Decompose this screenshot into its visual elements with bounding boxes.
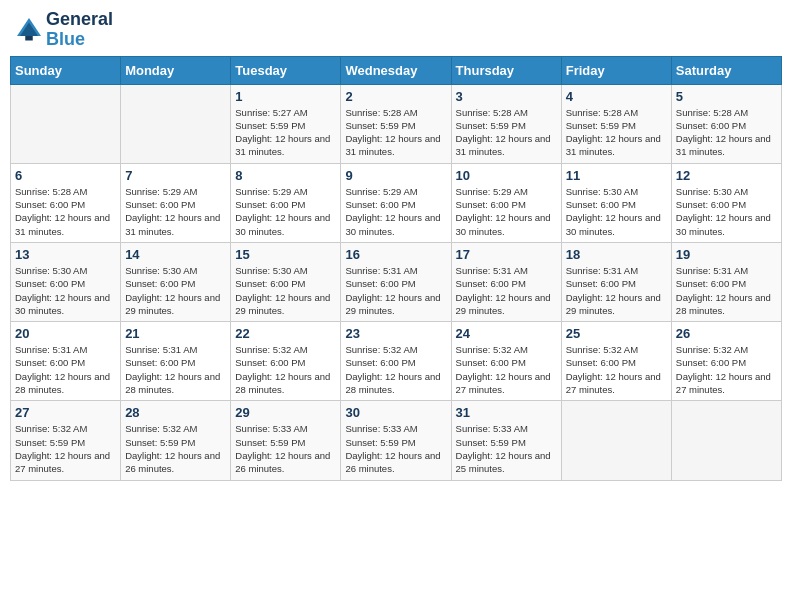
calendar-cell: 7Sunrise: 5:29 AM Sunset: 6:00 PM Daylig… [121,163,231,242]
calendar-cell [11,84,121,163]
logo: General Blue [14,10,113,50]
logo-text: General Blue [46,10,113,50]
day-info: Sunrise: 5:29 AM Sunset: 6:00 PM Dayligh… [456,185,557,238]
calendar-cell: 9Sunrise: 5:29 AM Sunset: 6:00 PM Daylig… [341,163,451,242]
calendar-cell: 28Sunrise: 5:32 AM Sunset: 5:59 PM Dayli… [121,401,231,480]
day-number: 7 [125,168,226,183]
calendar-week-row: 6Sunrise: 5:28 AM Sunset: 6:00 PM Daylig… [11,163,782,242]
calendar-cell: 20Sunrise: 5:31 AM Sunset: 6:00 PM Dayli… [11,322,121,401]
day-number: 13 [15,247,116,262]
calendar-cell: 4Sunrise: 5:28 AM Sunset: 5:59 PM Daylig… [561,84,671,163]
calendar-cell: 2Sunrise: 5:28 AM Sunset: 5:59 PM Daylig… [341,84,451,163]
day-number: 16 [345,247,446,262]
calendar-cell: 6Sunrise: 5:28 AM Sunset: 6:00 PM Daylig… [11,163,121,242]
weekday-header-friday: Friday [561,56,671,84]
day-number: 26 [676,326,777,341]
day-info: Sunrise: 5:28 AM Sunset: 5:59 PM Dayligh… [566,106,667,159]
day-number: 30 [345,405,446,420]
day-number: 4 [566,89,667,104]
weekday-header-thursday: Thursday [451,56,561,84]
day-info: Sunrise: 5:29 AM Sunset: 6:00 PM Dayligh… [345,185,446,238]
day-info: Sunrise: 5:32 AM Sunset: 5:59 PM Dayligh… [125,422,226,475]
day-number: 8 [235,168,336,183]
day-number: 25 [566,326,667,341]
calendar-cell: 1Sunrise: 5:27 AM Sunset: 5:59 PM Daylig… [231,84,341,163]
day-number: 10 [456,168,557,183]
calendar-cell: 24Sunrise: 5:32 AM Sunset: 6:00 PM Dayli… [451,322,561,401]
day-info: Sunrise: 5:28 AM Sunset: 5:59 PM Dayligh… [345,106,446,159]
calendar-cell: 19Sunrise: 5:31 AM Sunset: 6:00 PM Dayli… [671,242,781,321]
weekday-header-tuesday: Tuesday [231,56,341,84]
day-info: Sunrise: 5:31 AM Sunset: 6:00 PM Dayligh… [456,264,557,317]
calendar-cell: 31Sunrise: 5:33 AM Sunset: 5:59 PM Dayli… [451,401,561,480]
day-info: Sunrise: 5:32 AM Sunset: 6:00 PM Dayligh… [566,343,667,396]
day-info: Sunrise: 5:32 AM Sunset: 6:00 PM Dayligh… [676,343,777,396]
calendar-header: SundayMondayTuesdayWednesdayThursdayFrid… [11,56,782,84]
calendar-cell: 17Sunrise: 5:31 AM Sunset: 6:00 PM Dayli… [451,242,561,321]
calendar-cell: 16Sunrise: 5:31 AM Sunset: 6:00 PM Dayli… [341,242,451,321]
calendar-cell: 12Sunrise: 5:30 AM Sunset: 6:00 PM Dayli… [671,163,781,242]
day-info: Sunrise: 5:30 AM Sunset: 6:00 PM Dayligh… [15,264,116,317]
day-number: 27 [15,405,116,420]
day-info: Sunrise: 5:30 AM Sunset: 6:00 PM Dayligh… [235,264,336,317]
calendar-cell: 27Sunrise: 5:32 AM Sunset: 5:59 PM Dayli… [11,401,121,480]
weekday-header-wednesday: Wednesday [341,56,451,84]
calendar-cell: 25Sunrise: 5:32 AM Sunset: 6:00 PM Dayli… [561,322,671,401]
day-info: Sunrise: 5:31 AM Sunset: 6:00 PM Dayligh… [676,264,777,317]
day-number: 21 [125,326,226,341]
day-number: 2 [345,89,446,104]
day-info: Sunrise: 5:29 AM Sunset: 6:00 PM Dayligh… [125,185,226,238]
day-number: 22 [235,326,336,341]
calendar-cell: 8Sunrise: 5:29 AM Sunset: 6:00 PM Daylig… [231,163,341,242]
day-info: Sunrise: 5:31 AM Sunset: 6:00 PM Dayligh… [15,343,116,396]
day-info: Sunrise: 5:29 AM Sunset: 6:00 PM Dayligh… [235,185,336,238]
calendar-cell: 14Sunrise: 5:30 AM Sunset: 6:00 PM Dayli… [121,242,231,321]
calendar-cell: 29Sunrise: 5:33 AM Sunset: 5:59 PM Dayli… [231,401,341,480]
day-number: 17 [456,247,557,262]
day-info: Sunrise: 5:30 AM Sunset: 6:00 PM Dayligh… [566,185,667,238]
day-number: 18 [566,247,667,262]
calendar-cell [671,401,781,480]
day-info: Sunrise: 5:33 AM Sunset: 5:59 PM Dayligh… [456,422,557,475]
calendar-week-row: 20Sunrise: 5:31 AM Sunset: 6:00 PM Dayli… [11,322,782,401]
calendar-cell: 21Sunrise: 5:31 AM Sunset: 6:00 PM Dayli… [121,322,231,401]
calendar-cell: 5Sunrise: 5:28 AM Sunset: 6:00 PM Daylig… [671,84,781,163]
calendar-cell [121,84,231,163]
day-number: 12 [676,168,777,183]
day-number: 9 [345,168,446,183]
day-info: Sunrise: 5:30 AM Sunset: 6:00 PM Dayligh… [676,185,777,238]
calendar-cell: 10Sunrise: 5:29 AM Sunset: 6:00 PM Dayli… [451,163,561,242]
logo-icon [14,15,44,45]
day-info: Sunrise: 5:30 AM Sunset: 6:00 PM Dayligh… [125,264,226,317]
calendar-cell: 18Sunrise: 5:31 AM Sunset: 6:00 PM Dayli… [561,242,671,321]
calendar-body: 1Sunrise: 5:27 AM Sunset: 5:59 PM Daylig… [11,84,782,480]
weekday-row: SundayMondayTuesdayWednesdayThursdayFrid… [11,56,782,84]
day-info: Sunrise: 5:31 AM Sunset: 6:00 PM Dayligh… [345,264,446,317]
calendar-week-row: 27Sunrise: 5:32 AM Sunset: 5:59 PM Dayli… [11,401,782,480]
svg-rect-2 [25,36,33,41]
day-info: Sunrise: 5:31 AM Sunset: 6:00 PM Dayligh… [125,343,226,396]
weekday-header-monday: Monday [121,56,231,84]
day-info: Sunrise: 5:27 AM Sunset: 5:59 PM Dayligh… [235,106,336,159]
day-info: Sunrise: 5:32 AM Sunset: 6:00 PM Dayligh… [235,343,336,396]
day-number: 23 [345,326,446,341]
day-info: Sunrise: 5:32 AM Sunset: 5:59 PM Dayligh… [15,422,116,475]
day-number: 19 [676,247,777,262]
day-number: 1 [235,89,336,104]
day-number: 28 [125,405,226,420]
day-number: 29 [235,405,336,420]
day-info: Sunrise: 5:33 AM Sunset: 5:59 PM Dayligh… [235,422,336,475]
day-number: 3 [456,89,557,104]
calendar-cell [561,401,671,480]
day-number: 11 [566,168,667,183]
day-info: Sunrise: 5:31 AM Sunset: 6:00 PM Dayligh… [566,264,667,317]
day-number: 20 [15,326,116,341]
calendar-cell: 26Sunrise: 5:32 AM Sunset: 6:00 PM Dayli… [671,322,781,401]
calendar-cell: 22Sunrise: 5:32 AM Sunset: 6:00 PM Dayli… [231,322,341,401]
calendar-cell: 13Sunrise: 5:30 AM Sunset: 6:00 PM Dayli… [11,242,121,321]
weekday-header-saturday: Saturday [671,56,781,84]
day-info: Sunrise: 5:32 AM Sunset: 6:00 PM Dayligh… [345,343,446,396]
calendar-table: SundayMondayTuesdayWednesdayThursdayFrid… [10,56,782,481]
page-header: General Blue [10,10,782,50]
calendar-week-row: 13Sunrise: 5:30 AM Sunset: 6:00 PM Dayli… [11,242,782,321]
